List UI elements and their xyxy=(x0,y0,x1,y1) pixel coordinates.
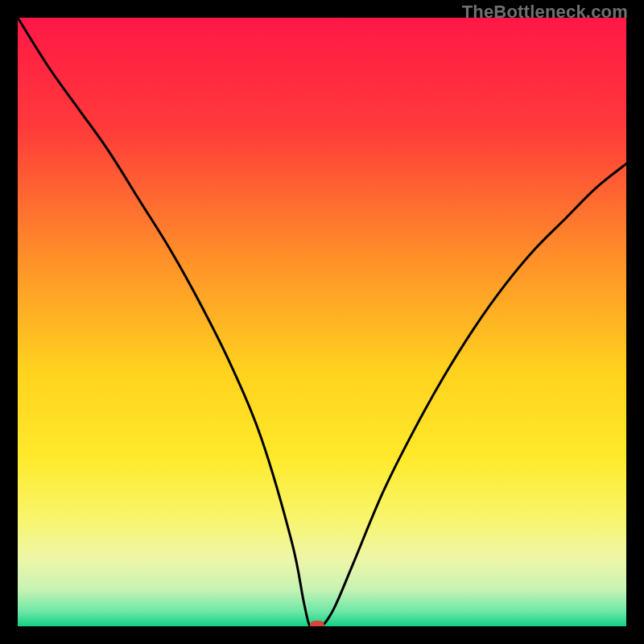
chart-frame: TheBottleneck.com xyxy=(0,0,644,644)
watermark-text: TheBottleneck.com xyxy=(462,2,628,23)
chart-plot-area xyxy=(18,18,626,626)
chart-svg xyxy=(18,18,626,626)
chart-background xyxy=(18,18,626,626)
optimal-point-marker xyxy=(310,621,324,626)
